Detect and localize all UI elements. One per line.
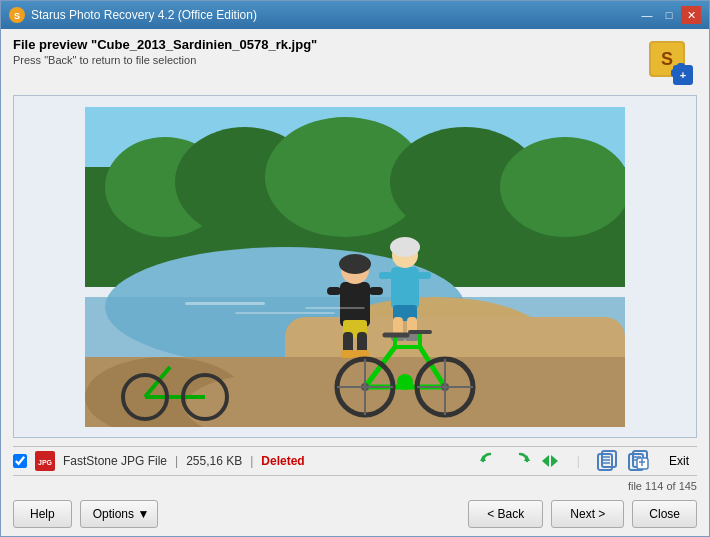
back-button[interactable]: < Back <box>468 500 543 528</box>
svg-rect-37 <box>379 272 392 279</box>
photo-scene <box>85 107 625 427</box>
file-checkbox-container <box>13 454 27 468</box>
title-bar-left: S Starus Photo Recovery 4.2 (Office Edit… <box>9 7 257 23</box>
svg-rect-66 <box>185 302 265 305</box>
window-title: Starus Photo Recovery 4.2 (Office Editio… <box>31 8 257 22</box>
action-icons <box>477 448 563 474</box>
svg-rect-29 <box>369 287 383 295</box>
file-size: 255,16 KB <box>186 454 242 468</box>
svg-rect-38 <box>418 272 431 279</box>
app-icon: S <box>9 7 25 23</box>
file-checkbox[interactable] <box>13 454 27 468</box>
preview-container <box>13 95 697 438</box>
content-area: File preview "Cube_2013_Sardinien_0578_r… <box>1 29 709 536</box>
file-type-icon: JPG <box>35 451 55 471</box>
copy-icon-group <box>594 448 653 474</box>
file-info-bar: JPG FastStone JPG File | 255,16 KB | Del… <box>13 446 697 476</box>
svg-point-36 <box>390 237 420 257</box>
options-button[interactable]: Options ▼ <box>80 500 159 528</box>
svg-rect-34 <box>391 267 419 309</box>
maximize-button[interactable]: □ <box>659 6 679 24</box>
svg-point-61 <box>397 374 413 390</box>
exit-button[interactable]: Exit <box>661 452 697 470</box>
file-header: File preview "Cube_2013_Sardinien_0578_r… <box>13 37 317 66</box>
svg-point-15 <box>500 137 625 237</box>
bottom-bar: Help Options ▼ < Back Next > Close <box>13 496 697 528</box>
flip-button[interactable] <box>537 448 563 474</box>
svg-text:JPG: JPG <box>38 459 53 466</box>
next-button[interactable]: Next > <box>551 500 624 528</box>
file-status: Deleted <box>261 454 304 468</box>
copy-multi-button[interactable] <box>625 448 653 474</box>
main-window: S Starus Photo Recovery 4.2 (Office Edit… <box>0 0 710 537</box>
svg-text:S: S <box>14 11 20 21</box>
file-preview-subtitle: Press "Back" to return to file selection <box>13 54 317 66</box>
svg-text:+: + <box>680 69 686 81</box>
rotate-left-button[interactable] <box>477 448 503 474</box>
svg-rect-7 <box>671 69 677 77</box>
minimize-button[interactable]: — <box>637 6 657 24</box>
close-button[interactable]: Close <box>632 500 697 528</box>
svg-rect-68 <box>235 312 335 314</box>
svg-rect-28 <box>327 287 341 295</box>
file-counter: file 114 of 145 <box>13 480 697 492</box>
app-logo: S + <box>645 37 697 89</box>
file-type-label: FastStone JPG File <box>63 454 167 468</box>
file-preview-title: File preview "Cube_2013_Sardinien_0578_r… <box>13 37 317 52</box>
svg-point-26 <box>339 254 371 274</box>
svg-rect-32 <box>341 350 355 358</box>
title-controls: — □ ✕ <box>637 6 701 24</box>
rotate-right-button[interactable] <box>507 448 533 474</box>
header-row: File preview "Cube_2013_Sardinien_0578_r… <box>13 37 697 89</box>
title-bar: S Starus Photo Recovery 4.2 (Office Edit… <box>1 1 709 29</box>
help-button[interactable]: Help <box>13 500 72 528</box>
copy-single-button[interactable] <box>594 448 622 474</box>
close-window-button[interactable]: ✕ <box>681 6 701 24</box>
svg-text:S: S <box>661 49 673 69</box>
svg-rect-67 <box>305 307 365 309</box>
